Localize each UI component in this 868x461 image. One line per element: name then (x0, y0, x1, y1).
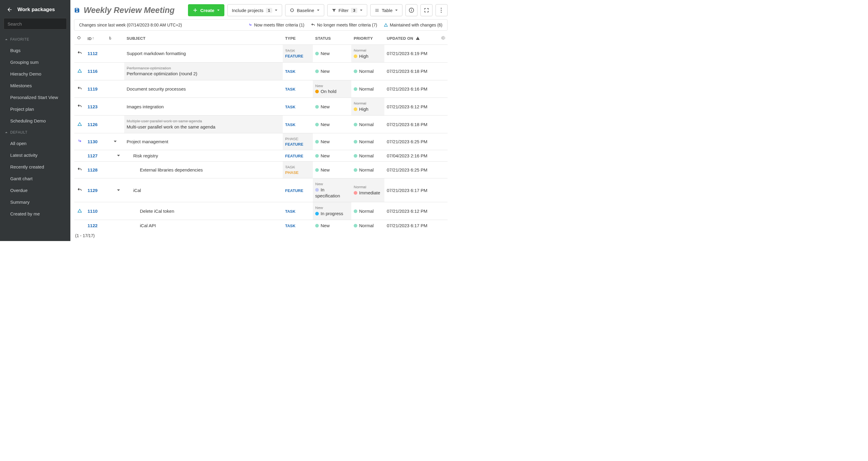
col-priority[interactable]: PRIORITY (351, 31, 384, 45)
work-package-id-link[interactable]: 1128 (88, 167, 97, 172)
priority-value: High (354, 106, 382, 112)
sidebar-item[interactable]: Project plan (0, 103, 70, 115)
sidebar-item[interactable]: Bugs (0, 45, 70, 56)
work-package-id-link[interactable]: 1110 (88, 208, 97, 214)
undo-icon (77, 51, 82, 55)
col-hierarchy[interactable] (106, 31, 124, 45)
work-package-id-link[interactable]: 1123 (88, 104, 97, 109)
priority-value: Normal (354, 139, 374, 144)
updated-on-value: 07/21/2023 6:19 PM (387, 51, 427, 56)
priority-value: High (354, 53, 382, 59)
status-value: In progress (315, 211, 349, 217)
chevron-down-icon (217, 9, 220, 12)
maintained-indicator[interactable]: Maintained with changes (6) (384, 23, 442, 27)
search-box[interactable] (4, 18, 67, 29)
subject-text: Delete iCal token (127, 208, 174, 214)
status-value: In specification (315, 187, 349, 199)
col-configure[interactable] (438, 31, 447, 45)
table-row[interactable]: 1123Images integrationTASKNewNormalHigh0… (74, 98, 447, 116)
more-actions-button[interactable]: ⋯ (435, 4, 447, 16)
sidebar-item[interactable]: Gantt chart (0, 173, 70, 184)
table-row[interactable]: 1116Performance optimizationPerformance … (74, 62, 447, 80)
table-row[interactable]: 1110Delete iCal tokenTASKNewIn progressN… (74, 202, 447, 220)
info-button[interactable] (405, 4, 417, 16)
baseline-button[interactable]: Baseline (285, 4, 324, 16)
work-package-id-link[interactable]: 1127 (88, 153, 97, 158)
priority-old: Normal (354, 184, 382, 190)
sidebar-item[interactable]: Recently created (0, 161, 70, 173)
col-id[interactable]: ID↑ (85, 31, 106, 45)
sidebar-item[interactable]: Latest activity (0, 149, 70, 161)
nav-group-header[interactable]: DEFAULT (0, 127, 70, 138)
status-value: New (315, 167, 330, 172)
table-row[interactable]: 1126Multiple user parallel work on same … (74, 116, 447, 133)
sidebar-item[interactable]: Grouping sum (0, 56, 70, 68)
updated-on-value: 07/21/2023 6:25 PM (387, 167, 427, 172)
status-old: New (315, 181, 349, 187)
table-row[interactable]: 1128External libraries dependenciesTASKP… (74, 162, 447, 178)
sidebar-item[interactable]: Personalized Start View (0, 91, 70, 103)
kebab-icon: ⋯ (438, 7, 444, 13)
col-updated-on[interactable]: UPDATED ON (384, 31, 438, 45)
status-old: New (315, 205, 349, 211)
work-package-id-link[interactable]: 1119 (88, 86, 97, 91)
work-package-id-link[interactable]: 1126 (88, 122, 97, 127)
table-row[interactable]: 1127Risk registryFEATURENewNormal07/04/2… (74, 150, 447, 162)
save-icon[interactable] (74, 7, 80, 13)
filter-button[interactable]: Filter 3 (327, 4, 368, 16)
no-longer-meets-indicator[interactable]: No longer meets filter criteria (7) (311, 23, 377, 27)
sidebar-item[interactable]: Scheduling Demo (0, 115, 70, 127)
table-row[interactable]: 1112Support markdown formattingTASKFEATU… (74, 45, 447, 63)
table-row[interactable]: 1122iCal APITASKNewNormal07/21/2023 6:17… (74, 220, 447, 231)
chevron-down-icon[interactable] (117, 154, 120, 157)
chevron-down-icon[interactable] (114, 140, 117, 143)
sidebar-title: Work packages (18, 7, 55, 12)
fullscreen-button[interactable] (421, 4, 433, 16)
table-icon (375, 8, 379, 12)
priority-value: Normal (354, 153, 374, 158)
updated-on-value: 07/21/2023 6:17 PM (387, 223, 427, 228)
subject-text: Multi-user parallel work on the same age… (127, 124, 280, 130)
col-subject[interactable]: SUBJECT (124, 31, 283, 45)
now-meets-indicator[interactable]: Now meets filter criteria (1) (248, 23, 304, 27)
col-type[interactable]: TYPE (283, 31, 313, 45)
view-title[interactable]: Weekly Review Meeting (84, 6, 175, 15)
table-row[interactable]: 1129iCalFEATURENewIn specificationNormal… (74, 178, 447, 202)
create-button[interactable]: Create (188, 4, 224, 16)
changes-since-text: Changes since last week (07/14/2023 8:00… (79, 23, 182, 27)
col-status[interactable]: STATUS (313, 31, 351, 45)
sidebar-item[interactable]: Milestones (0, 80, 70, 91)
gear-icon (441, 36, 445, 40)
work-package-id-link[interactable]: 1112 (88, 51, 97, 56)
priority-value: Normal (354, 68, 374, 74)
subject-text: Risk registry (127, 153, 158, 158)
work-package-id-link[interactable]: 1129 (88, 188, 97, 193)
back-arrow-icon[interactable] (7, 7, 12, 12)
subject-text: iCal (127, 188, 141, 193)
priority-old: Normal (354, 101, 382, 106)
sidebar-item[interactable]: Summary (0, 196, 70, 208)
sidebar-item[interactable]: Hierachy Demo (0, 68, 70, 80)
table-row[interactable]: 1130Project managementPHASEFEATURENewNor… (74, 133, 447, 150)
work-package-id-link[interactable]: 1130 (88, 139, 97, 144)
col-change-indicator[interactable] (74, 31, 85, 45)
undo-icon (77, 188, 82, 192)
include-projects-button[interactable]: Include projects 1 (227, 4, 282, 16)
sidebar-item[interactable]: Overdue (0, 184, 70, 196)
nav-group-label: DEFAULT (10, 130, 27, 135)
chevron-down-icon[interactable] (117, 189, 120, 192)
sidebar-item[interactable]: All open (0, 138, 70, 149)
nav-group-header[interactable]: FAVORITE (0, 34, 70, 45)
work-package-id-link[interactable]: 1116 (88, 68, 97, 74)
search-input[interactable] (7, 21, 65, 27)
work-package-id-link[interactable]: 1122 (88, 223, 97, 228)
table-row[interactable]: 1119Document security processesTASKNewOn… (74, 80, 447, 98)
updated-on-value: 07/21/2023 6:17 PM (387, 188, 427, 193)
priority-value: Normal (354, 86, 374, 91)
updated-on-value: 07/21/2023 6:18 PM (387, 122, 427, 127)
updated-on-value: 07/21/2023 6:25 PM (387, 139, 427, 144)
triangle-icon (384, 23, 388, 27)
sidebar-item[interactable]: Created by me (0, 208, 70, 220)
view-mode-button[interactable]: Table (370, 4, 402, 16)
status-value: On hold (315, 88, 349, 94)
